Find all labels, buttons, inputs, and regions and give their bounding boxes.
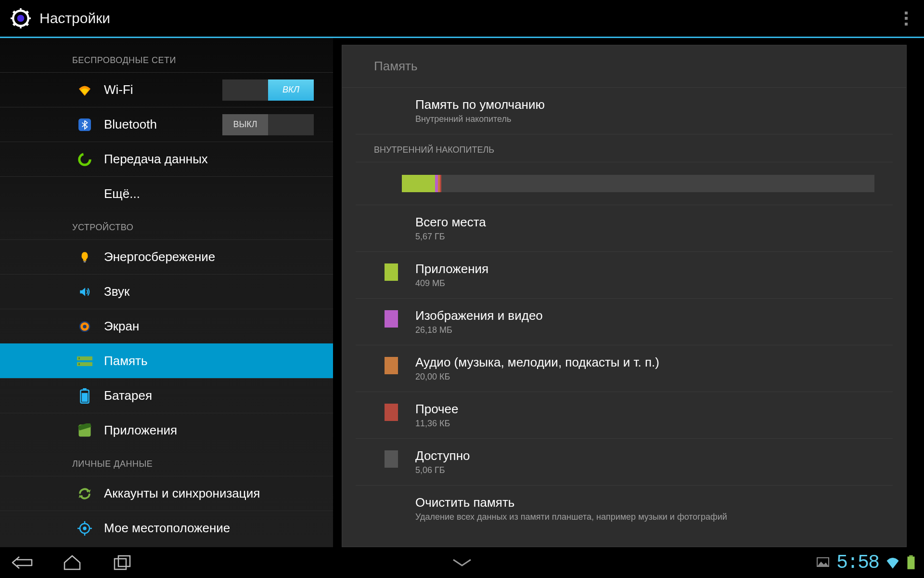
pics-space-value: 26,18 МБ — [415, 325, 543, 335]
home-button[interactable] — [59, 553, 86, 572]
pref-audio-space[interactable]: Аудио (музыка, мелодии, подкасты и т. п.… — [356, 345, 893, 392]
screenshot-icon — [816, 557, 830, 568]
svg-point-26 — [83, 526, 87, 530]
sidebar-item-sound[interactable]: Звук — [0, 274, 333, 309]
battery-icon — [77, 388, 92, 404]
swatch-misc — [385, 404, 398, 421]
pref-total-space[interactable]: Всего места 5,67 ГБ — [356, 205, 893, 252]
apps-space-title: Приложения — [415, 262, 488, 276]
available-title: Доступно — [415, 448, 470, 463]
svg-rect-18 — [78, 363, 80, 365]
pref-pics-space[interactable]: Изображения и видео 26,18 МБ — [356, 299, 893, 345]
pref-misc-space[interactable]: Прочее 11,36 КБ — [356, 392, 893, 439]
available-value: 5,06 ГБ — [415, 465, 470, 475]
erase-title: Очистить память — [415, 495, 727, 510]
recents-button[interactable] — [109, 553, 136, 572]
svg-point-14 — [83, 325, 87, 328]
svg-rect-21 — [82, 393, 88, 401]
apps-space-value: 409 МБ — [415, 278, 488, 289]
app-title: Настройки — [39, 10, 110, 26]
battery-status-icon — [907, 555, 915, 570]
overflow-menu-button[interactable] — [899, 9, 913, 28]
bluetooth-toggle[interactable]: ВЫКЛ — [222, 114, 314, 135]
sidebar-item-apps[interactable]: Приложения — [0, 413, 333, 447]
more-label: Ещё... — [104, 186, 140, 201]
system-tray[interactable]: 5:58 — [816, 552, 915, 574]
expand-handle-icon[interactable] — [450, 558, 474, 567]
svg-point-1 — [17, 15, 25, 22]
swatch-pics — [385, 310, 398, 328]
swatch-audio — [385, 357, 398, 374]
sync-icon — [77, 486, 92, 501]
settings-sidebar[interactable]: БЕСПРОВОДНЫЕ СЕТИ Wi-Fi ВКЛ Bluetooth ВЫ… — [0, 38, 333, 547]
svg-rect-17 — [78, 357, 80, 359]
sidebar-item-more[interactable]: Ещё... — [0, 176, 333, 211]
system-nav-bar: 5:58 — [0, 547, 924, 578]
misc-space-title: Прочее — [415, 402, 459, 417]
total-space-value: 5,67 ГБ — [415, 232, 486, 242]
sidebar-item-data-usage[interactable]: Передача данных — [0, 142, 333, 176]
svg-rect-2 — [20, 8, 22, 11]
storage-content[interactable]: Память по умолчанию Внутренний накопител… — [342, 88, 906, 546]
pref-available-space[interactable]: Доступно 5,06 ГБ — [356, 439, 893, 486]
section-internal-storage: ВНУТРЕННИЙ НАКОПИТЕЛЬ — [356, 134, 893, 162]
pref-erase-storage[interactable]: Очистить память Удаление всех данных из … — [356, 486, 893, 532]
display-label: Экран — [104, 319, 139, 334]
default-storage-title: Память по умолчанию — [415, 97, 545, 112]
audio-space-value: 20,00 КБ — [415, 372, 659, 382]
bulb-icon — [77, 250, 92, 265]
category-wireless: БЕСПРОВОДНЫЕ СЕТИ — [0, 44, 333, 72]
wifi-label: Wi-Fi — [104, 82, 133, 97]
wifi-toggle[interactable]: ВКЛ — [222, 79, 314, 101]
display-gear-icon — [77, 319, 92, 334]
pref-apps-space[interactable]: Приложения 409 МБ — [356, 252, 893, 299]
pics-space-title: Изображения и видео — [415, 308, 543, 323]
wifi-icon — [77, 82, 92, 98]
svg-rect-5 — [28, 17, 31, 19]
sound-label: Звук — [104, 284, 129, 299]
settings-gear-icon — [11, 8, 31, 28]
back-button[interactable] — [9, 553, 36, 572]
svg-rect-3 — [20, 26, 22, 28]
bar-segment-misc — [440, 175, 442, 192]
sidebar-item-storage[interactable]: Память — [0, 343, 333, 378]
power-label: Энергосбережение — [104, 250, 215, 264]
battery-label: Батарея — [104, 388, 152, 403]
erase-sub: Удаление всех данных из памяти планшета,… — [415, 512, 727, 522]
wifi-status-icon — [886, 556, 900, 569]
sidebar-item-power[interactable]: Энергосбережение — [0, 239, 333, 274]
swatch-available — [385, 450, 398, 468]
bar-segment-apps — [402, 175, 435, 192]
bluetooth-label: Bluetooth — [104, 117, 157, 132]
storage-icon — [77, 354, 92, 369]
apps-icon — [77, 423, 92, 438]
sidebar-item-display[interactable]: Экран — [0, 309, 333, 343]
audio-space-title: Аудио (музыка, мелодии, подкасты и т. п.… — [415, 355, 659, 370]
storage-usage-bar — [402, 175, 874, 192]
svg-rect-35 — [908, 557, 915, 569]
breadcrumb: Память — [342, 45, 906, 88]
data-usage-label: Передача данных — [104, 152, 208, 167]
svg-rect-31 — [115, 559, 126, 569]
bluetooth-icon — [77, 117, 92, 132]
svg-rect-34 — [909, 555, 913, 557]
apps-label: Приложения — [104, 423, 177, 438]
action-bar: Настройки — [0, 0, 924, 37]
pref-default-storage[interactable]: Память по умолчанию Внутренний накопител… — [356, 88, 893, 134]
speaker-icon — [77, 284, 92, 300]
svg-point-11 — [79, 154, 90, 165]
misc-space-value: 11,36 КБ — [415, 419, 459, 429]
sidebar-item-bluetooth[interactable]: Bluetooth ВЫКЛ — [0, 107, 333, 142]
sidebar-item-location[interactable]: Мое местоположение — [0, 511, 333, 545]
sidebar-item-wifi[interactable]: Wi-Fi ВКЛ — [0, 72, 333, 107]
category-device: УСТРОЙСТВО — [0, 211, 333, 239]
status-clock: 5:58 — [836, 552, 879, 574]
svg-rect-32 — [118, 556, 130, 566]
swatch-apps — [385, 263, 398, 281]
more-icon — [77, 186, 92, 202]
detail-pane: Память Память по умолчанию Внутренний на… — [333, 38, 924, 547]
location-icon — [77, 521, 92, 536]
svg-rect-12 — [84, 261, 86, 262]
sidebar-item-accounts[interactable]: Аккаунты и синхронизация — [0, 476, 333, 511]
sidebar-item-battery[interactable]: Батарея — [0, 378, 333, 413]
